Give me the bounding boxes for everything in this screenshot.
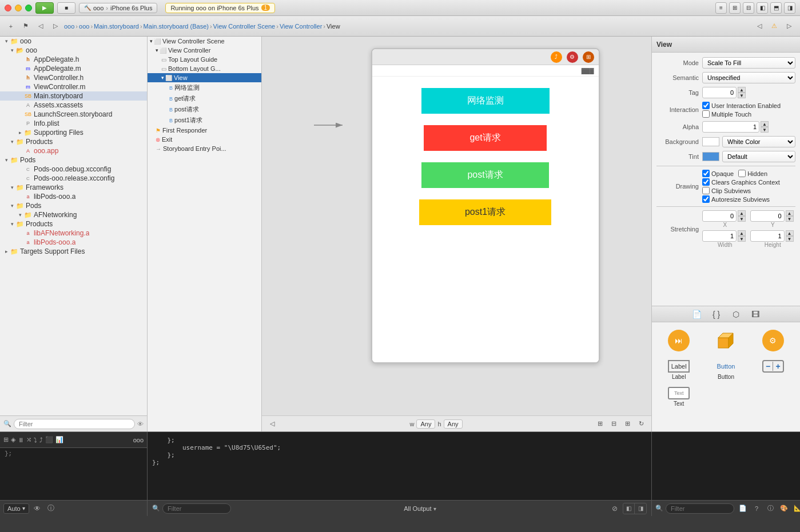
multiple-touch-label[interactable]: Multiple Touch	[702, 110, 795, 118]
hidden-checkbox[interactable]	[738, 170, 746, 177]
console-clear-btn[interactable]: ⊘	[609, 503, 620, 514]
debug-view-hierarchy-btn[interactable]: ⬛	[45, 434, 53, 446]
scene-row-btn-post1[interactable]: B post1请求	[148, 115, 261, 126]
lib-file-icon[interactable]: 📄	[691, 308, 703, 321]
console-right-btn[interactable]: ◨	[635, 503, 646, 514]
toggle-vc[interactable]: ▾	[156, 47, 158, 53]
inspector-quick-help-btn[interactable]: ?	[750, 502, 763, 515]
btn-post1-request[interactable]: post1请求	[419, 199, 551, 225]
scene-row-first-responder[interactable]: ⚑ First Responder	[148, 126, 261, 135]
user-interaction-checkbox[interactable]	[702, 102, 710, 109]
canvas-zoom-in[interactable]: ⊞	[622, 418, 633, 430]
sidebar-filter-input[interactable]	[14, 419, 135, 429]
background-color-select[interactable]: White Color	[722, 136, 795, 147]
stretch-y-input[interactable]	[750, 210, 785, 222]
tag-input[interactable]	[702, 87, 737, 98]
navigator-toggle[interactable]: ◧	[757, 2, 768, 14]
tree-item-products2[interactable]: ▾ 📁 Products	[0, 219, 147, 229]
inspector-attributes-btn[interactable]: 🎨	[778, 502, 790, 515]
debug-step-into-btn[interactable]: ⤵	[34, 434, 37, 446]
tint-color-swatch[interactable]	[702, 152, 719, 161]
size-selector-w[interactable]: Any	[416, 419, 435, 429]
console-left-btn[interactable]: ◧	[623, 503, 635, 514]
stop-button[interactable]: ■	[57, 2, 75, 14]
app-scheme-selector[interactable]: 🔨 ooo › iPhone 6s Plus	[79, 3, 157, 13]
tree-item-targets-support[interactable]: ▸ 📁 Targets Support Files	[0, 247, 147, 256]
breadcrumb-vc[interactable]: View Controller	[280, 23, 322, 30]
tree-item-libpods-ooo[interactable]: a libPods-ooo.a	[0, 238, 147, 247]
info-status-btn[interactable]: ⓘ	[45, 503, 57, 514]
stretch-y-increment[interactable]: ▲	[786, 210, 794, 216]
scene-row-vc[interactable]: ▾ ⬜ View Controller	[148, 46, 261, 55]
inspector-size-btn[interactable]: 📐	[791, 502, 800, 515]
stretch-h-decrement[interactable]: ▼	[786, 236, 794, 242]
back-button[interactable]: ◁	[34, 20, 47, 33]
breadcrumb-ooo2[interactable]: ooo	[79, 23, 89, 30]
scene-row-top-layout[interactable]: ▭ Top Layout Guide	[148, 55, 261, 64]
debug-step-over-btn[interactable]: ⤭	[26, 434, 31, 446]
inspector-file-btn[interactable]: 📄	[737, 502, 749, 515]
user-interaction-label[interactable]: User Interaction Enabled	[702, 102, 795, 109]
toggle-view[interactable]: ▾	[161, 75, 164, 81]
canvas-zoom-fit[interactable]: ⊞	[594, 418, 606, 430]
debug-step-out-btn[interactable]: ⤴	[39, 434, 43, 446]
canvas-back-button[interactable]: ◁	[266, 418, 278, 430]
debug-pause-btn[interactable]: ⏸	[18, 434, 24, 446]
action-icon[interactable]: ⊞	[583, 51, 594, 63]
opaque-checkbox[interactable]	[702, 170, 710, 177]
tree-item-pods-sub[interactable]: ▾ 📁 Pods	[0, 201, 147, 210]
tree-item-ooo-app[interactable]: A ooo.app	[0, 146, 147, 155]
tree-item-appdelegate-h[interactable]: h AppDelegate.h	[0, 55, 147, 64]
debug-area-toggle[interactable]: ⬒	[770, 2, 782, 14]
tag-increment[interactable]: ▲	[738, 87, 746, 93]
canvas-scroll[interactable]: ⤴ ⚙ ⊞ ▓▓▓ 网络监测 get请求 post请求	[262, 37, 651, 415]
tree-item-launch-storyboard[interactable]: SB LaunchScreen.storyboard	[0, 110, 147, 119]
lib-item-settings[interactable]: ⚙	[751, 327, 795, 355]
tint-select[interactable]: Default	[722, 151, 795, 162]
btn-network-monitoring[interactable]: 网络监测	[421, 88, 550, 114]
clears-graphics-checkbox[interactable]	[702, 178, 710, 186]
lib-item-3d-object[interactable]	[703, 327, 748, 355]
scene-row-btn-network[interactable]: B 网络监测	[148, 82, 261, 93]
status-filter-input[interactable]	[162, 503, 231, 514]
toggle-ooo-group[interactable]: ▾	[2, 37, 10, 45]
breadcrumb-vc-scene[interactable]: View Controller Scene	[213, 23, 276, 30]
debug-memory-btn[interactable]: 📊	[55, 434, 63, 446]
debug-layout-btn[interactable]: ⊞	[3, 434, 9, 446]
utilities-toggle[interactable]: ◨	[784, 2, 795, 14]
inspector-identity-btn[interactable]: ⓘ	[764, 502, 777, 515]
tree-item-ooo-folder[interactable]: ▾ 📂 ooo	[0, 46, 147, 55]
close-button[interactable]	[5, 5, 11, 11]
hidden-label[interactable]: Hidden	[738, 170, 767, 177]
editor-assistant-button[interactable]: ⊞	[729, 2, 741, 14]
tree-item-frameworks[interactable]: ▾ 📁 Frameworks	[0, 183, 147, 192]
tree-item-viewcontroller-h[interactable]: h ViewController.h	[0, 73, 147, 82]
scene-row-btn-get[interactable]: B get请求	[148, 93, 261, 104]
issue-navigator[interactable]: ⚑	[19, 20, 32, 33]
stretch-x-input[interactable]	[702, 210, 737, 222]
lib-item-stepper[interactable]: − +	[751, 358, 795, 382]
tree-item-supporting-files[interactable]: ▸ 📁 Supporting Files	[0, 128, 147, 137]
background-color-swatch[interactable]	[702, 137, 719, 146]
lib-code-icon[interactable]: { }	[710, 308, 723, 321]
add-button[interactable]: +	[5, 20, 17, 33]
canvas-refresh[interactable]: ↻	[635, 418, 647, 430]
prev-issue[interactable]: ◁	[753, 20, 766, 33]
lib-item-text[interactable]: Text Text	[656, 385, 701, 409]
autoresize-subviews-checkbox[interactable]	[702, 195, 710, 203]
alpha-decrement[interactable]: ▼	[761, 127, 769, 133]
tree-item-info-plist[interactable]: P Info.plist	[0, 119, 147, 128]
tree-item-afnetworking[interactable]: ▾ 📁 AFNetworking	[0, 210, 147, 219]
clip-subviews-checkbox[interactable]	[702, 187, 710, 194]
autoresize-subviews-label[interactable]: Autoresize Subviews	[702, 195, 795, 203]
editor-version-button[interactable]: ⊟	[743, 2, 754, 14]
lib-item-media-player[interactable]: ⏭	[656, 327, 701, 355]
breadcrumb-main-base[interactable]: Main.storyboard (Base)	[144, 23, 209, 30]
canvas-zoom-out[interactable]: ⊟	[608, 418, 619, 430]
stretch-x-decrement[interactable]: ▼	[738, 216, 746, 222]
maximize-button[interactable]	[25, 5, 32, 11]
scene-row-btn-post[interactable]: B post请求	[148, 104, 261, 115]
stretch-w-increment[interactable]: ▲	[738, 230, 746, 236]
all-output-label[interactable]: All Output	[404, 505, 431, 512]
next-issue[interactable]: ▷	[783, 20, 795, 33]
